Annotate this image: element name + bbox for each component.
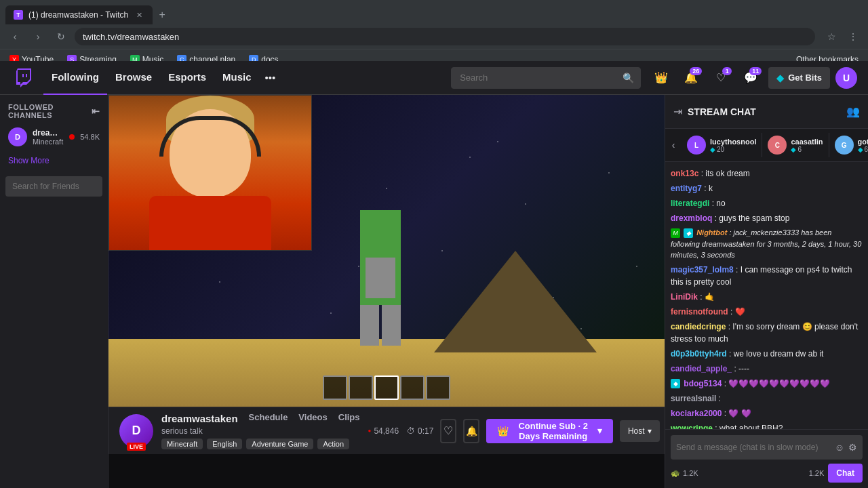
bell-button[interactable]: 🔔 — [463, 419, 479, 443]
host-button[interactable]: Host ▾ — [620, 420, 660, 442]
back-button[interactable]: ‹ — [5, 27, 24, 46]
clips-link[interactable]: Clips — [338, 412, 360, 422]
new-tab-button[interactable]: + — [153, 5, 172, 24]
show-more-button[interactable]: Show More — [0, 150, 108, 171]
mc-leg-left — [360, 305, 379, 346]
tag-adventure-game[interactable]: Adventure Game — [246, 439, 313, 449]
featured-prev-button[interactable]: ‹ — [665, 140, 682, 150]
nav-more-button[interactable]: ••• — [260, 61, 281, 95]
emoji-picker-icon[interactable]: ☺ — [835, 442, 844, 453]
streamer-avatar[interactable]: D LIVE — [119, 414, 153, 448]
bits-badge: ◆ — [684, 228, 693, 238]
notifications-button[interactable]: 🔔 26 — [679, 66, 703, 90]
chat-text-15: : what about BBH? — [715, 424, 783, 430]
viewer-count-display: 1.2K — [809, 469, 825, 477]
featured-chatter-3: G gothcan... ◆ 6 — [829, 133, 868, 157]
whispers-button[interactable]: 💬 11 — [738, 66, 763, 90]
activity-button[interactable]: ♡ 1 — [709, 66, 733, 90]
chat-users-button[interactable]: 👥 — [846, 105, 860, 118]
chat-username-15[interactable]: wowcringe — [671, 424, 713, 430]
chat-header: ⇥ STREAM CHAT 👥 — [665, 95, 868, 129]
chat-username-11[interactable]: candied_apple_ — [671, 364, 732, 373]
bits-badge-12: ◆ — [671, 379, 680, 388]
chat-username-7[interactable]: LiniDik — [671, 292, 698, 302]
twitch-logo[interactable] — [11, 64, 38, 92]
stream-nav-links: Schedule Videos Clips — [249, 412, 360, 422]
channel-info-dreamwastaken: dreamwastaken Minecraft — [33, 128, 64, 146]
chat-input-area: ☺ ⚙ 🐢 1.2K 1.2K Chat — [665, 429, 868, 488]
tag-english[interactable]: English — [207, 439, 242, 449]
heart-button[interactable]: ♡ — [440, 419, 456, 443]
chat-options-icon[interactable]: ⚙ — [848, 442, 857, 453]
tab-close-button[interactable]: ✕ — [134, 9, 144, 20]
videos-link[interactable]: Videos — [298, 412, 327, 422]
chat-username-8[interactable]: fernisnotfound — [671, 307, 728, 317]
url-input[interactable] — [75, 28, 815, 45]
nav-search[interactable]: 🔍 — [451, 67, 641, 89]
chat-username-6[interactable]: magic357_lolm8 — [671, 265, 734, 274]
nav-browse[interactable]: Browse — [107, 61, 160, 95]
chat-username-13[interactable]: surrealsnail — [671, 394, 716, 403]
mc-legs — [359, 305, 402, 346]
nav-esports[interactable]: Esports — [160, 61, 214, 95]
chat-message-4: drexmbloq : guys the spam stop — [671, 212, 863, 224]
reload-button[interactable]: ↻ — [52, 27, 71, 46]
chat-send-button[interactable]: Chat — [828, 464, 863, 483]
featured-bits-1: ◆ 20 — [710, 146, 756, 153]
prime-icon: 👑 — [654, 71, 668, 84]
get-bits-button[interactable]: ◆ Get Bits — [768, 67, 830, 89]
chat-text-14: : 💜 💜 — [724, 409, 751, 418]
stream-tags: Minecraft English Adventure Game Action — [161, 439, 360, 449]
chat-text-10: : we love u dream dw ab it — [729, 349, 823, 359]
chat-username-12[interactable]: bdog5134 — [684, 379, 722, 388]
chat-username-9[interactable]: candiedcringe — [671, 322, 726, 331]
chat-expand-button[interactable]: ⇥ — [673, 105, 682, 118]
person-shirt — [149, 196, 271, 250]
channel-avatar-dreamwastaken: D — [8, 127, 27, 146]
chat-text-8: : ❤️ — [730, 307, 745, 317]
search-input[interactable] — [451, 67, 641, 89]
chat-username-3[interactable]: literategdi — [671, 199, 709, 208]
sidebar-collapse-button[interactable]: ⇤ — [92, 106, 100, 117]
chat-username-10[interactable]: d0p3b0ttyh4rd — [671, 349, 727, 359]
browser-menu-icon[interactable]: ⋮ — [844, 27, 863, 46]
chat-text-11: : ---- — [734, 364, 749, 373]
chat-input[interactable] — [676, 443, 831, 452]
active-tab[interactable]: T (1) dreamwastaken - Twitch ✕ — [5, 5, 153, 24]
chat-username-4[interactable]: drexmbloq — [671, 214, 712, 223]
video-player[interactable] — [108, 95, 665, 407]
tag-minecraft[interactable]: Minecraft — [161, 439, 203, 449]
twitch-nav: Following Browse Esports Music ••• 🔍 👑 🔔… — [0, 61, 868, 95]
schedule-link[interactable]: Schedule — [249, 412, 288, 422]
bookmark-star-icon[interactable]: ☆ — [822, 27, 841, 46]
forward-button[interactable]: › — [28, 27, 47, 46]
chat-username-5[interactable]: Nightbot — [696, 228, 727, 237]
live-indicator — [69, 134, 75, 140]
prime-icon-button[interactable]: 👑 — [649, 66, 673, 90]
notifications-badge: 26 — [690, 67, 702, 75]
hotbar-slot-1 — [323, 375, 347, 400]
chat-username-1[interactable]: onk13c — [671, 169, 698, 178]
nav-music[interactable]: Music — [214, 61, 260, 95]
featured-avatar-1: L — [687, 136, 706, 155]
featured-info-3: gothcan... ◆ 6 — [858, 138, 868, 153]
search-friends-input[interactable] — [5, 176, 102, 197]
subscribe-button[interactable]: 👑 Continue Sub · 2 Days Remaining ▾ — [486, 419, 613, 443]
chat-input-wrapper[interactable]: ☺ ⚙ — [671, 435, 863, 460]
chat-username-14[interactable]: kociarka2000 — [671, 409, 722, 418]
mc-leg-right — [382, 305, 401, 346]
channel-item-dreamwastaken[interactable]: D dreamwastaken Minecraft 54.8K — [0, 123, 108, 150]
chat-input-actions: 🐢 1.2K 1.2K Chat — [671, 464, 863, 483]
featured-avatar-2: C — [768, 136, 787, 155]
nav-following[interactable]: Following — [43, 61, 107, 95]
video-section: D LIVE dreamwastaken Schedule Videos Cli… — [108, 95, 665, 488]
slow-mode-indicator: 🐢 1.2K — [671, 469, 698, 478]
tag-action[interactable]: Action — [317, 439, 349, 449]
chevron-down-icon: ▾ — [597, 426, 602, 436]
featured-bits-2: ◆ 6 — [791, 146, 823, 153]
streamer-name[interactable]: dreamwastaken — [161, 413, 238, 424]
user-avatar[interactable]: U — [835, 67, 857, 89]
chat-username-2[interactable]: entityg7 — [671, 184, 702, 193]
activity-badge: 1 — [722, 67, 732, 75]
chat-text-2: : k — [704, 184, 713, 193]
